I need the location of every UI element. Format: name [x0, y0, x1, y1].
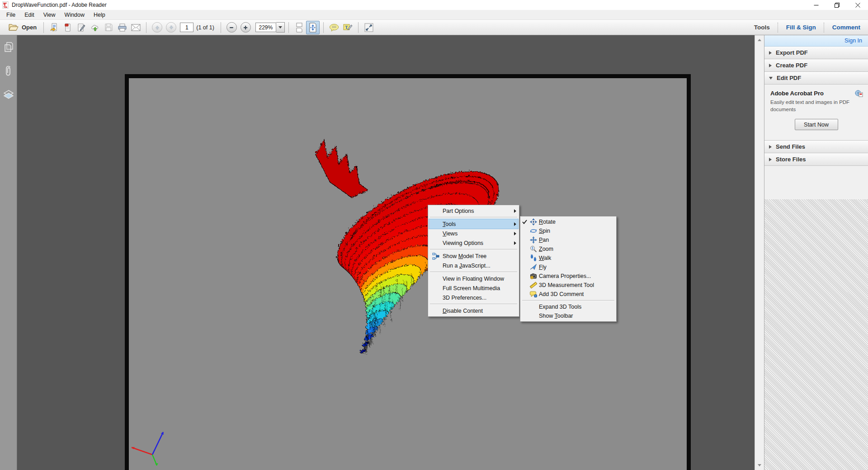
sign-in-link[interactable]: Sign In [844, 38, 862, 44]
layers-icon[interactable] [3, 89, 14, 100]
toolbar-separator [288, 22, 289, 33]
start-now-button[interactable]: Start Now [795, 119, 838, 130]
tools-submenu-item[interactable]: Add 3D Comment [521, 290, 615, 299]
section-send-files[interactable]: Send Files [764, 141, 868, 153]
tab-comment[interactable]: Comment [827, 24, 865, 31]
tools-submenu-item[interactable]: Rotate [521, 217, 615, 226]
menu-separator [430, 217, 517, 218]
menu-item-label: Rotate [539, 219, 609, 225]
menu-item-label: Zoom [539, 246, 609, 252]
section-store-files[interactable]: Store Files [764, 153, 868, 166]
menu-item-label: Show Model Tree [443, 253, 512, 259]
adobe-pdf-icon [2, 1, 9, 9]
submenu-arrow-icon [512, 209, 518, 213]
email-button[interactable] [129, 21, 142, 34]
section-create-pdf[interactable]: Create PDF [764, 59, 868, 72]
context-menu-item[interactable]: Full Screen Multimedia [429, 283, 518, 293]
folder-icon [9, 24, 19, 31]
arrow-down-icon [169, 25, 174, 30]
menu-separator [430, 304, 517, 305]
fit-page-icon [308, 23, 317, 33]
menu-item-label: 3D Measurement Tool [539, 282, 609, 288]
close-button[interactable] [847, 0, 868, 10]
open-label: Open [22, 24, 37, 31]
context-menu-item[interactable]: 3D Preferences... [429, 293, 518, 302]
tools-submenu-item[interactable]: Show Toolbar [521, 311, 615, 320]
zoom-out-button[interactable] [226, 22, 237, 33]
zoom-dropdown-button[interactable] [276, 22, 285, 33]
zoom-icon [528, 245, 539, 253]
menu-item-label: View in Floating Window [443, 276, 512, 282]
sticky-note-button[interactable] [327, 21, 341, 34]
context-menu-item[interactable]: Part Options [429, 206, 518, 216]
share-file-button[interactable] [47, 21, 61, 34]
edit-pdf-body: Adobe Acrobat Pro Easily edit text and i… [764, 85, 868, 141]
menu-view[interactable]: View [39, 11, 60, 19]
section-label: Create PDF [776, 62, 807, 69]
sign-button[interactable] [75, 21, 88, 34]
tools-submenu-item[interactable]: 3D Measurement Tool [521, 281, 615, 290]
section-export-pdf[interactable]: Export PDF [764, 47, 868, 59]
context-menu-item[interactable]: Tools [429, 219, 518, 229]
fit-page-button[interactable] [306, 21, 320, 34]
menu-item-label: Run a JavaScript... [443, 263, 512, 269]
zoom-level-value[interactable]: 229% [255, 23, 276, 32]
tools-submenu-item[interactable]: Fly [521, 263, 615, 272]
section-edit-pdf[interactable]: Edit PDF [764, 72, 868, 85]
document-viewport[interactable]: ©This controllable 3D model is designed … [18, 35, 755, 470]
menu-help[interactable]: Help [89, 11, 110, 19]
menu-item-label: Full Screen Multimedia [443, 285, 512, 291]
print-icon [118, 23, 127, 32]
menu-window[interactable]: Window [60, 11, 89, 19]
menu-item-label: Camera Properties... [539, 273, 609, 279]
chevron-down-icon [769, 77, 773, 80]
context-menu-item[interactable]: Viewing Options [429, 238, 518, 248]
context-menu-item[interactable]: Disable Content [429, 306, 518, 315]
tools-submenu-item[interactable]: Expand 3D Tools [521, 302, 615, 311]
tools-submenu-item[interactable]: Walk [521, 254, 615, 263]
tools-submenu-item[interactable]: Spin [521, 226, 615, 235]
tools-submenu-item[interactable]: Pan [521, 235, 615, 244]
print-button[interactable] [115, 21, 129, 34]
tools-submenu-item[interactable]: Zoom [521, 244, 615, 254]
section-label: Edit PDF [777, 75, 801, 81]
submenu-arrow-icon [512, 222, 518, 226]
axis-triad [132, 432, 164, 465]
save-button[interactable] [102, 21, 115, 34]
minimize-button[interactable] [806, 0, 826, 10]
restore-button[interactable] [826, 0, 847, 10]
tab-fill-sign[interactable]: Fill & Sign [781, 24, 821, 31]
menu-item-label: Part Options [443, 208, 512, 214]
context-menu-item[interactable]: Run a JavaScript... [429, 261, 518, 270]
acrobat-pro-icon [855, 90, 863, 99]
toolbar-separator [323, 22, 324, 33]
page-number-input[interactable] [180, 23, 193, 32]
text-highlight-button[interactable]: T [341, 21, 354, 34]
scroll-down-button[interactable] [755, 461, 764, 469]
page-scroll-button[interactable] [292, 21, 306, 34]
context-menu-item[interactable]: View in Floating Window [429, 274, 518, 283]
submenu-arrow-icon [512, 232, 518, 235]
sign-in-bar: Sign In [764, 35, 868, 47]
previous-page-button[interactable] [152, 22, 162, 33]
chevron-right-icon [769, 64, 772, 67]
menu-edit[interactable]: Edit [20, 11, 39, 19]
context-menu-item[interactable]: Views [429, 229, 518, 238]
toolbar-separator [221, 22, 221, 33]
tools-submenu-item[interactable]: Camera Properties... [521, 272, 615, 281]
create-pdf-button[interactable] [61, 21, 75, 34]
page-thumbnails-icon[interactable] [3, 42, 14, 53]
dotted-separator [824, 23, 825, 33]
fullscreen-button[interactable] [362, 21, 376, 34]
open-button[interactable]: Open [5, 20, 40, 35]
tab-tools[interactable]: Tools [749, 24, 775, 31]
sign-pen-icon [77, 23, 86, 32]
scroll-up-button[interactable] [755, 36, 764, 44]
attachments-icon[interactable] [3, 65, 14, 77]
upload-cloud-button[interactable] [88, 21, 102, 34]
zoom-in-button[interactable] [241, 22, 251, 33]
context-menu-item[interactable]: Show Model Tree [429, 251, 518, 261]
menu-file[interactable]: File [2, 11, 20, 19]
vertical-scrollbar[interactable] [755, 35, 764, 470]
next-page-button[interactable] [166, 22, 176, 33]
